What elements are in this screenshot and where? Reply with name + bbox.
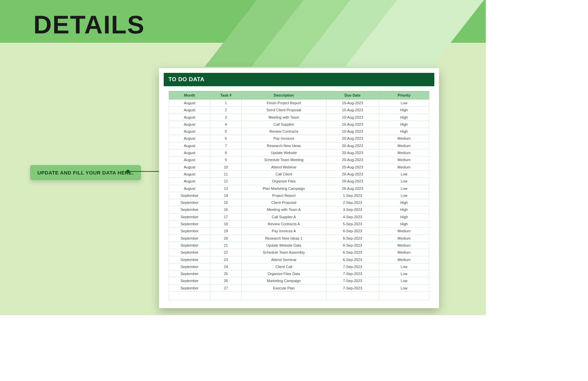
cell-desc[interactable]: Marketing Campaign — [242, 277, 326, 284]
cell-pri[interactable]: High — [379, 206, 429, 213]
cell-task[interactable]: 15 — [210, 199, 242, 206]
cell-month[interactable]: September — [169, 228, 210, 235]
table-row[interactable]: August10Attend Webinar20-Aug-2023Medium — [169, 163, 429, 170]
cell-task[interactable]: 18 — [210, 221, 242, 228]
cell-month[interactable]: September — [169, 199, 210, 206]
table-row[interactable]: September18Review Contracts A5-Sep-2023H… — [169, 221, 429, 228]
cell-pri[interactable]: High — [379, 221, 429, 228]
cell-task[interactable]: 21 — [210, 242, 242, 249]
cell-pri[interactable]: Low — [379, 277, 429, 284]
cell-pri[interactable]: Medium — [379, 149, 429, 156]
cell-task[interactable]: 4 — [210, 121, 242, 128]
table-row[interactable]: September25Organize Files Data7-Sep-2023… — [169, 270, 429, 277]
cell-task[interactable]: 22 — [210, 249, 242, 256]
cell-month[interactable]: August — [169, 107, 210, 114]
cell-task[interactable]: 5 — [210, 128, 242, 135]
cell-desc[interactable]: Update Website — [242, 149, 326, 156]
cell-pri[interactable]: Medium — [379, 163, 429, 170]
cell-month[interactable]: September — [169, 263, 210, 270]
table-row[interactable]: August2Send Client Proposal10-Aug-2023Hi… — [169, 107, 429, 114]
cell-pri[interactable]: Low — [379, 170, 429, 177]
table-row[interactable]: August3Meeting with Team10-Aug-2023High — [169, 114, 429, 121]
cell-empty[interactable] — [210, 292, 242, 300]
cell-pri[interactable]: Medium — [379, 135, 429, 142]
cell-task[interactable]: 26 — [210, 277, 242, 284]
cell-task[interactable]: 1 — [210, 100, 242, 107]
cell-desc[interactable]: Pay Invoices A — [242, 228, 326, 235]
table-row[interactable]: September19Pay Invoices A6-Sep-2023Mediu… — [169, 228, 429, 235]
cell-pri[interactable]: Low — [379, 270, 429, 277]
cell-month[interactable]: August — [169, 121, 210, 128]
table-row[interactable]: August11Call Client28-Aug-2023Low — [169, 170, 429, 177]
cell-pri[interactable]: Low — [379, 178, 429, 185]
cell-month[interactable]: August — [169, 178, 210, 185]
cell-due[interactable]: 6-Sep-2023 — [326, 242, 379, 249]
cell-task[interactable]: 20 — [210, 235, 242, 242]
cell-month[interactable]: August — [169, 156, 210, 163]
cell-desc[interactable]: Attend Webinar — [242, 163, 326, 170]
cell-due[interactable]: 7-Sep-2023 — [326, 284, 379, 291]
cell-due[interactable]: 10-Aug-2023 — [326, 107, 379, 114]
cell-pri[interactable]: Low — [379, 284, 429, 291]
cell-task[interactable]: 23 — [210, 256, 242, 263]
cell-due[interactable]: 7-Sep-2023 — [326, 270, 379, 277]
cell-due[interactable]: 20-Aug-2023 — [326, 135, 379, 142]
cell-due[interactable]: 2-Sep-2023 — [326, 199, 379, 206]
cell-pri[interactable]: Low — [379, 263, 429, 270]
table-row[interactable]: September14Project Report1-Sep-2023Low — [169, 192, 429, 199]
cell-desc[interactable]: Research New Ideas 1 — [242, 235, 326, 242]
table-row[interactable]: September26Marketing Campaign7-Sep-2023L… — [169, 277, 429, 284]
cell-pri[interactable]: High — [379, 107, 429, 114]
cell-task[interactable]: 27 — [210, 284, 242, 291]
cell-month[interactable]: September — [169, 213, 210, 220]
table-row[interactable]: August9Schedule Team Meeting20-Aug-2023M… — [169, 156, 429, 163]
cell-month[interactable]: August — [169, 142, 210, 149]
cell-due[interactable]: 10-Aug-2023 — [326, 128, 379, 135]
cell-pri[interactable]: Medium — [379, 235, 429, 242]
cell-pri[interactable]: Low — [379, 192, 429, 199]
cell-due[interactable]: 6-Sep-2023 — [326, 249, 379, 256]
cell-due[interactable]: 7-Sep-2023 — [326, 277, 379, 284]
table-row[interactable]: September21Update Website Data6-Sep-2023… — [169, 242, 429, 249]
cell-month[interactable]: August — [169, 128, 210, 135]
cell-desc[interactable]: Call Supplier — [242, 121, 326, 128]
cell-month[interactable]: September — [169, 206, 210, 213]
cell-desc[interactable]: Organize Files Data — [242, 270, 326, 277]
cell-pri[interactable]: High — [379, 121, 429, 128]
cell-month[interactable]: August — [169, 135, 210, 142]
cell-desc[interactable]: Review Contracts A — [242, 221, 326, 228]
cell-empty[interactable] — [379, 292, 429, 300]
cell-task[interactable]: 17 — [210, 213, 242, 220]
cell-month[interactable]: September — [169, 242, 210, 249]
cell-task[interactable]: 9 — [210, 156, 242, 163]
cell-due[interactable]: 20-Aug-2023 — [326, 142, 379, 149]
cell-pri[interactable]: Medium — [379, 249, 429, 256]
cell-due[interactable]: 7-Sep-2023 — [326, 263, 379, 270]
table-row[interactable]: August13Plan Marketing Campaign28-Aug-20… — [169, 185, 429, 192]
cell-task[interactable]: 6 — [210, 135, 242, 142]
cell-desc[interactable]: Schedule Team Meeting — [242, 156, 326, 163]
cell-task[interactable]: 8 — [210, 149, 242, 156]
cell-task[interactable]: 3 — [210, 114, 242, 121]
table-row[interactable]: August8Update Website20-Aug-2023Medium — [169, 149, 429, 156]
cell-pri[interactable]: High — [379, 114, 429, 121]
cell-due[interactable]: 20-Aug-2023 — [326, 149, 379, 156]
cell-task[interactable]: 16 — [210, 206, 242, 213]
table-row[interactable]: August7Research New Ideas20-Aug-2023Medi… — [169, 142, 429, 149]
cell-desc[interactable]: Call Supplier A — [242, 213, 326, 220]
cell-desc[interactable]: Client Call — [242, 263, 326, 270]
cell-pri[interactable]: Low — [379, 185, 429, 192]
table-row[interactable]: September22Schedule Team Assembly6-Sep-2… — [169, 249, 429, 256]
cell-pri[interactable]: Medium — [379, 156, 429, 163]
cell-desc[interactable]: Call Client — [242, 170, 326, 177]
table-row[interactable]: September17Call Supplier A4-Sep-2023High — [169, 213, 429, 220]
cell-desc[interactable]: Send Client Proposal — [242, 107, 326, 114]
cell-due[interactable]: 20-Aug-2023 — [326, 156, 379, 163]
cell-task[interactable]: 14 — [210, 192, 242, 199]
cell-desc[interactable]: Client Proposal — [242, 199, 326, 206]
cell-month[interactable]: August — [169, 185, 210, 192]
table-row[interactable]: September24Client Call7-Sep-2023Low — [169, 263, 429, 270]
cell-desc[interactable]: Review Contracts — [242, 128, 326, 135]
cell-due[interactable]: 5-Sep-2023 — [326, 221, 379, 228]
cell-due[interactable]: 10-Aug-2023 — [326, 100, 379, 107]
